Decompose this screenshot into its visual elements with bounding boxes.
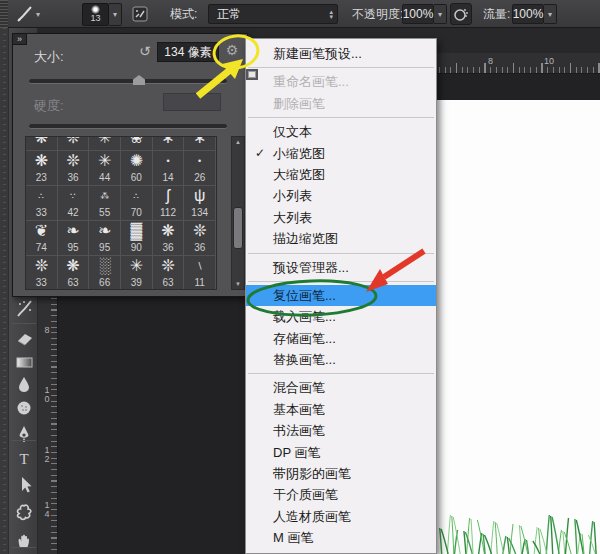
spinner-arrows-icon[interactable]: ▴▾ (329, 9, 333, 19)
menu-item-3[interactable]: 删除画笔 (246, 93, 436, 114)
gear-icon[interactable]: ⚙ (223, 41, 241, 59)
brush-preset[interactable]: ∗ (184, 137, 216, 151)
menu-item-5[interactable]: 仅文本 (246, 121, 436, 142)
menu-item-26[interactable]: M 画笔 (246, 527, 436, 548)
brush-preset[interactable]: ∗ (153, 137, 185, 151)
brush-preset[interactable]: ❋23 (26, 151, 58, 186)
brush-preset[interactable]: ❊33 (26, 256, 58, 290)
toolbox-separator (11, 547, 36, 548)
brush-preset[interactable]: ✺60 (121, 151, 153, 186)
menu-item-0[interactable]: 新建画笔预设... (246, 43, 436, 64)
brush-thumbnail: ψ (194, 186, 205, 207)
brush-size-label: 66 (99, 277, 110, 288)
toggle-brush-panel-button[interactable] (129, 0, 151, 28)
menu-item-15[interactable]: 载入画笔... (246, 306, 436, 327)
airbrush-icon (450, 3, 472, 25)
toolbox-separator (11, 323, 36, 324)
brush-thumbnail: ∴ (38, 186, 44, 207)
menu-item-10[interactable]: 描边缩览图 (246, 228, 436, 249)
airbrush-button[interactable] (450, 0, 472, 28)
dodge-tool[interactable] (12, 396, 36, 420)
brush-preset[interactable]: ⁂55 (89, 186, 121, 221)
brush-preset-panel: » 大小: ↺ 134 像素 ⚙ 硬度: ❋❊✳❀∗∗❋23❊36✳44✺60•… (12, 33, 248, 297)
brush-preset[interactable]: ❊36 (58, 151, 90, 186)
menu-item-25[interactable]: 人造材质画笔 (246, 506, 436, 527)
brush-size-label: 14 (162, 172, 173, 183)
history-brush-tool[interactable] (12, 296, 36, 320)
menu-item-8[interactable]: 小列表 (246, 185, 436, 206)
brush-preset[interactable]: ∴33 (26, 186, 58, 221)
scroll-up-icon[interactable]: ▲ (235, 137, 241, 147)
brush-preset[interactable]: ▓90 (121, 221, 153, 256)
v-ruler-label: 8 (42, 326, 52, 335)
hand-tool[interactable] (12, 529, 36, 553)
brush-preset[interactable]: •14 (153, 151, 185, 186)
brush-preset[interactable]: ʃ112 (153, 186, 185, 221)
brush-preset[interactable]: ❀ (121, 137, 153, 151)
flow-value[interactable]: 100% (512, 4, 544, 24)
brush-preset[interactable]: ❊63 (153, 256, 185, 290)
brush-preset[interactable]: ∖11 (184, 256, 216, 290)
tool-preset-picker[interactable]: ▾ (14, 0, 40, 28)
opacity-field[interactable]: 100% ▾ (402, 0, 447, 28)
menu-item-21[interactable]: 书法画笔 (246, 420, 436, 441)
chevron-down-icon[interactable]: ▾ (109, 3, 122, 26)
brush-preset[interactable]: ∵42 (58, 186, 90, 221)
menu-item-23[interactable]: 带阴影的画笔 (246, 463, 436, 484)
mode-select[interactable]: 正常 ▴▾ (208, 0, 338, 28)
menu-item-6[interactable]: 小缩览图✓ (246, 143, 436, 164)
chevron-down-icon[interactable]: ▾ (434, 4, 447, 24)
custom-shape-tool[interactable] (12, 500, 36, 524)
reset-size-icon[interactable]: ↺ (139, 44, 151, 58)
path-select-tool[interactable] (12, 473, 36, 497)
brush-preset[interactable]: ❋36 (153, 221, 185, 256)
size-slider-thumb[interactable] (133, 75, 145, 85)
brush-preset-picker[interactable]: 13 ▾ (82, 0, 122, 28)
brush-preset[interactable]: ❋ (26, 137, 58, 151)
menu-item-12[interactable]: 预设管理器... (246, 257, 436, 278)
brush-thumbnail: ❀ (130, 137, 143, 149)
v-ruler-label: 10 (42, 386, 52, 404)
blur-tool[interactable] (12, 372, 36, 396)
type-tool[interactable]: T (12, 447, 36, 471)
flow-field[interactable]: 100% ▾ (512, 0, 557, 28)
brush-preset[interactable]: ❦74 (26, 221, 58, 256)
eraser-tool[interactable] (12, 326, 36, 350)
scroll-down-icon[interactable]: ▼ (235, 279, 241, 289)
menu-item-2[interactable]: 重命名画笔... (246, 71, 436, 92)
menu-item-16[interactable]: 存储画笔... (246, 328, 436, 349)
menu-item-20[interactable]: 基本画笔 (246, 399, 436, 420)
menu-item-14[interactable]: 复位画笔... (246, 285, 436, 306)
new-brush-icon[interactable] (246, 69, 258, 80)
scrollbar-thumb[interactable] (233, 207, 243, 249)
pen-tool[interactable] (12, 422, 36, 446)
chevron-down-icon[interactable]: ▾ (544, 4, 557, 24)
brush-thumbnail: ∖ (197, 256, 203, 277)
menu-item-22[interactable]: DP 画笔 (246, 442, 436, 463)
gradient-tool[interactable] (12, 350, 36, 374)
mode-select-box[interactable]: 正常 ▴▾ (208, 4, 338, 24)
size-value-field[interactable]: 134 像素 (157, 42, 219, 62)
brush-size-label: 95 (99, 242, 110, 253)
menu-item-24[interactable]: 干介质画笔 (246, 484, 436, 505)
brush-preset[interactable]: ❊ (58, 137, 90, 151)
brush-grid-scrollbar[interactable]: ▲ ▼ (231, 136, 245, 290)
brush-preset[interactable]: ❧95 (89, 221, 121, 256)
menu-item-9[interactable]: 大列表 (246, 207, 436, 228)
brush-preset[interactable]: •26 (184, 151, 216, 186)
brush-preset[interactable]: ❋63 (58, 256, 90, 290)
brush-preset[interactable]: ✳39 (121, 256, 153, 290)
menu-item-7[interactable]: 大缩览图 (246, 164, 436, 185)
menu-item-17[interactable]: 替换画笔... (246, 349, 436, 370)
brush-preset[interactable]: ψ134 (184, 186, 216, 221)
collapse-panel-button[interactable]: » (12, 33, 27, 45)
brush-preset[interactable]: ❊36 (184, 221, 216, 256)
brush-preset[interactable]: ✳44 (89, 151, 121, 186)
brush-preset[interactable]: ✳ (89, 137, 121, 151)
menu-item-19[interactable]: 混合画笔 (246, 377, 436, 398)
brush-preset[interactable]: ∴70 (121, 186, 153, 221)
brush-preset[interactable]: ❧95 (58, 221, 90, 256)
size-slider[interactable] (29, 79, 227, 84)
opacity-value[interactable]: 100% (402, 4, 434, 24)
brush-preset[interactable]: ░66 (89, 256, 121, 290)
